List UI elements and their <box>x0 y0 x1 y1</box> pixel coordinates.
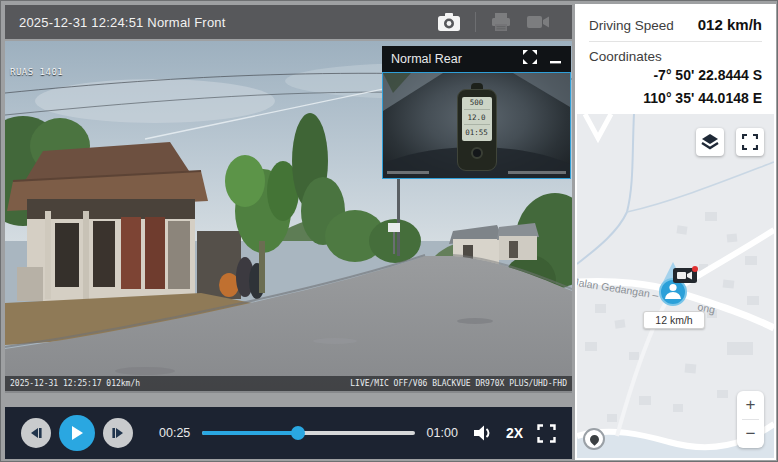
next-frame-button[interactable] <box>103 418 133 448</box>
zoom-out-button[interactable]: − <box>737 420 764 448</box>
pip-title: Normal Rear <box>391 52 462 66</box>
zoom-in-button[interactable]: + <box>737 391 764 419</box>
gps-value-3: 01:55 <box>464 129 490 139</box>
road-sign-overlay: RUAS 1401 <box>10 67 63 77</box>
scene-house <box>7 142 208 301</box>
main-video-view[interactable]: RUAS 1401 2025-12-31 12:25:17 012km/h LI… <box>5 41 572 393</box>
driving-speed-label: Driving Speed <box>589 18 674 33</box>
progress-fill <box>202 431 298 435</box>
telemetry-card: Driving Speed 012 km/h Coordinates -7° 5… <box>577 7 774 118</box>
map-view[interactable]: Jalan Gedangan – ong 12 km/h <box>577 114 774 458</box>
pip-header-bar: Normal Rear <box>382 46 571 72</box>
pip-expand-icon[interactable] <box>522 49 538 69</box>
pip-video-view[interactable]: 500 12.0 01:55 <box>382 72 571 179</box>
play-button[interactable] <box>59 415 95 451</box>
playback-control-bar: 00:25 01:00 2X <box>5 407 572 459</box>
map-fullscreen-icon[interactable] <box>736 128 764 156</box>
stamp-timestamp: 2025-12-31 12:25:17 012km/h <box>10 379 140 388</box>
playback-speed-button[interactable]: 2X <box>506 425 523 441</box>
gps-device-in-video: 500 12.0 01:55 <box>454 83 500 171</box>
header-divider <box>475 12 476 32</box>
pip-rear-window[interactable]: Normal Rear <box>382 46 571 179</box>
map-attribution-logo[interactable] <box>583 428 605 450</box>
latitude-value: -7° 50' 22.8444 S <box>589 64 762 87</box>
video-header-bar: 2025-12-31 12:24:51 Normal Front <box>5 5 572 39</box>
stamp-model-info: LIVE/MIC OFF/V06 BLACKVUE DR970X PLUS/UH… <box>350 379 567 388</box>
info-panel: Driving Speed 012 km/h Coordinates -7° 5… <box>575 4 776 460</box>
pip-minimize-icon[interactable] <box>550 50 562 68</box>
video-header-actions <box>437 12 558 32</box>
map-toolbar <box>696 128 764 156</box>
seek-bar[interactable] <box>202 426 414 440</box>
driving-speed-value: 012 km/h <box>698 16 762 33</box>
marker-speed-pill: 12 km/h <box>643 311 705 329</box>
camera-badge-icon <box>673 266 698 283</box>
previous-frame-button[interactable] <box>21 418 51 448</box>
video-title: 2025-12-31 12:24:51 Normal Front <box>19 15 226 30</box>
fullscreen-icon[interactable] <box>537 424 556 443</box>
current-time-label: 00:25 <box>159 426 190 440</box>
gps-value-1: 500 <box>464 99 490 110</box>
gps-screen: 500 12.0 01:55 <box>462 97 492 141</box>
video-stamp-bar: 2025-12-31 12:25:17 012km/h LIVE/MIC OFF… <box>5 376 572 391</box>
volume-icon[interactable] <box>472 423 494 443</box>
video-camera-icon <box>526 13 550 31</box>
progress-thumb[interactable] <box>291 426 305 440</box>
map-layers-icon[interactable] <box>696 128 724 156</box>
coordinates-label: Coordinates <box>589 49 762 64</box>
snapshot-camera-icon[interactable] <box>437 12 461 32</box>
video-player-panel: 2025-12-31 12:24:51 Normal Front <box>5 5 572 459</box>
card-divider <box>589 41 762 42</box>
dashcam-viewer-window: 2025-12-31 12:24:51 Normal Front <box>0 0 778 462</box>
gps-value-2: 12.0 <box>464 114 490 125</box>
print-icon <box>490 12 512 32</box>
longitude-value: 110° 35' 44.0148 E <box>589 87 762 110</box>
total-time-label: 01:00 <box>427 426 458 440</box>
map-zoom-control: + − <box>737 391 764 448</box>
